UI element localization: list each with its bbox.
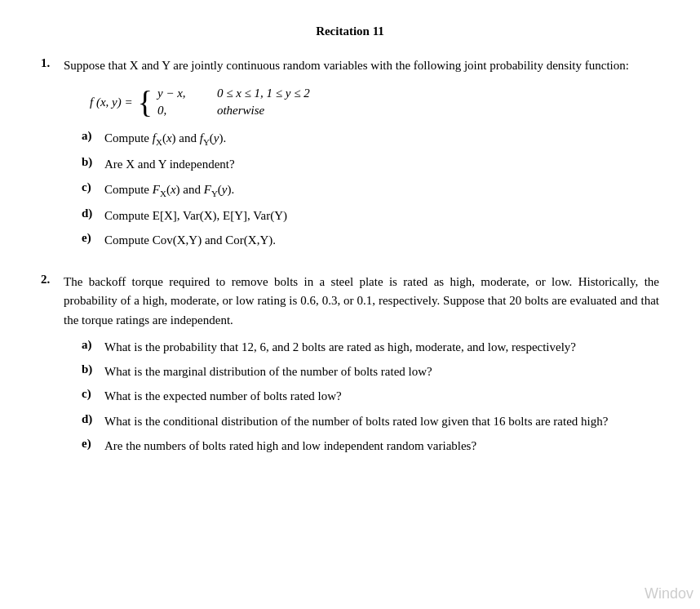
q1-sub-c: c) Compute FX(x) and FY(y).: [82, 180, 659, 201]
q1-sub-a-text: Compute fX(x) and fY(y).: [104, 129, 226, 149]
q2-sub-d-text: What is the conditional distribution of …: [104, 412, 608, 431]
q2-sub-b: b) What is the marginal distribution of …: [82, 362, 659, 381]
question-2-text: The backoff torque required to remove bo…: [64, 273, 659, 330]
q2-sub-d-label: d): [82, 412, 104, 426]
question-2-header: 2. The backoff torque required to remove…: [41, 273, 659, 330]
q1-sub-c-text: Compute FX(x) and FY(y).: [104, 180, 234, 201]
piecewise-row-2: 0, otherwise: [157, 104, 310, 118]
q2-sub-c-label: c): [82, 387, 104, 401]
q2-sub-b-text: What is the marginal distribution of the…: [104, 362, 432, 381]
q2-sub-c-text: What is the expected number of bolts rat…: [104, 387, 342, 406]
q1-sub-a-label: a): [82, 129, 104, 143]
q1-sub-b: b) Are X and Y independent?: [82, 155, 659, 174]
watermark: Windov: [645, 585, 693, 602]
question-1-number: 1.: [41, 56, 64, 70]
q2-sub-a: a) What is the probability that 12, 6, a…: [82, 338, 659, 357]
left-brace: {: [138, 87, 153, 118]
case-1-expr: y − x,: [157, 87, 202, 100]
case-1-cond: 0 ≤ x ≤ 1, 1 ≤ y ≤ 2: [217, 87, 310, 100]
q1-sub-d-label: d): [82, 207, 104, 220]
piecewise-cases: y − x, 0 ≤ x ≤ 1, 1 ≤ y ≤ 2 0, otherwise: [157, 87, 310, 118]
q2-sub-d: d) What is the conditional distribution …: [82, 412, 659, 431]
f-label: f (x, y) =: [90, 96, 133, 109]
question-1-text: Suppose that X and Y are jointly continu…: [64, 56, 629, 75]
case-2-expr: 0,: [157, 104, 202, 118]
q1-sub-e-text: Compute Cov(X,Y) and Cor(X,Y).: [104, 231, 276, 250]
q2-sub-e-label: e): [82, 437, 104, 451]
q2-sub-e: e) Are the numbers of bolts rated high a…: [82, 437, 659, 456]
question-1-subquestions: a) Compute fX(x) and fY(y). b) Are X and…: [82, 129, 659, 250]
question-2-subquestions: a) What is the probability that 12, 6, a…: [82, 338, 659, 456]
q2-sub-a-text: What is the probability that 12, 6, and …: [104, 338, 576, 357]
q1-sub-b-label: b): [82, 155, 104, 169]
question-2: 2. The backoff torque required to remove…: [41, 273, 659, 456]
question-2-number: 2.: [41, 273, 64, 287]
q1-sub-c-label: c): [82, 180, 104, 194]
q1-sub-e-label: e): [82, 231, 104, 245]
case-2-cond: otherwise: [217, 104, 264, 118]
q2-sub-e-text: Are the numbers of bolts rated high and …: [104, 437, 476, 456]
piecewise-row-1: y − x, 0 ≤ x ≤ 1, 1 ≤ y ≤ 2: [157, 87, 310, 100]
q1-sub-d-text: Compute E[X], Var(X), E[Y], Var(Y): [104, 207, 287, 225]
q2-sub-c: c) What is the expected number of bolts …: [82, 387, 659, 406]
q1-sub-b-text: Are X and Y independent?: [104, 155, 235, 174]
piecewise-function: f (x, y) = { y − x, 0 ≤ x ≤ 1, 1 ≤ y ≤ 2…: [90, 87, 659, 118]
q1-sub-e: e) Compute Cov(X,Y) and Cor(X,Y).: [82, 231, 659, 250]
q2-sub-a-label: a): [82, 338, 104, 352]
q1-sub-a: a) Compute fX(x) and fY(y).: [82, 129, 659, 149]
question-1-header: 1. Suppose that X and Y are jointly cont…: [41, 56, 659, 75]
question-1: 1. Suppose that X and Y are jointly cont…: [41, 56, 659, 250]
page-title: Recitation 11: [41, 24, 659, 38]
q2-sub-b-label: b): [82, 362, 104, 376]
q1-sub-d: d) Compute E[X], Var(X), E[Y], Var(Y): [82, 207, 659, 225]
